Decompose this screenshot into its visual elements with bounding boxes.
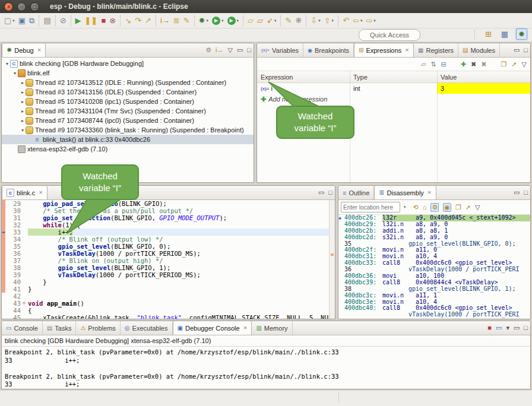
pin-editor-button[interactable]: ❋ <box>293 15 303 27</box>
trace-control-button[interactable]: ✎ <box>182 15 192 27</box>
maximize-button[interactable]: □ <box>328 189 332 196</box>
home-button[interactable]: ⌂ <box>423 204 427 211</box>
new-view-button[interactable]: ❐ <box>455 204 461 211</box>
show-type-names-button[interactable]: ▱ <box>421 61 426 68</box>
debug-tab-debug[interactable]: ✹Debug✕ <box>2 43 46 57</box>
tree-expand-icon[interactable]: ▸ <box>20 90 26 95</box>
save-all-button[interactable]: ⧉ <box>27 15 36 27</box>
disassembly-tab-outline[interactable]: ≡Outline <box>338 186 374 199</box>
open-new-view-button[interactable]: ➚ <box>466 204 471 211</box>
tree-expand-icon[interactable]: ▸ <box>20 99 26 104</box>
forward-button[interactable]: ⇨▾ <box>364 15 377 27</box>
column-header-expression[interactable]: Expression <box>257 74 350 81</box>
expressions-tab-expressions[interactable]: ⊞Expressions✕ <box>354 43 414 57</box>
next-annotation-button[interactable]: ⇩▾ <box>309 15 322 27</box>
debug-tree-row[interactable]: ▾Cblink checking [GDB Hardware Debugging… <box>2 59 254 68</box>
terminate-console-button[interactable]: ■ <box>487 324 492 331</box>
instruction-stepping-mode-button[interactable]: i→ <box>216 46 223 53</box>
sync-selection-button[interactable]: ◉ <box>443 203 451 212</box>
refresh-button[interactable]: ⟲ <box>413 204 419 211</box>
open-project-button[interactable]: ▱ <box>255 15 265 27</box>
tab-close-icon[interactable]: ✕ <box>243 325 248 331</box>
console-tab-executables[interactable]: ◎Executables <box>121 321 173 335</box>
expressions-tab-modules[interactable]: ▤Modules <box>458 43 500 57</box>
tab-close-icon[interactable]: ✕ <box>39 190 43 195</box>
tree-expand-icon[interactable]: ▾ <box>4 61 10 66</box>
flash-button[interactable]: ➶▾ <box>265 15 278 27</box>
debug-tree-row[interactable]: ≡blink_task() at blink.c:33 0x400dbc26 <box>2 135 254 144</box>
window-minimize-button[interactable]: − <box>17 2 26 11</box>
debug-tree-row[interactable]: ▸Thread #3 1073413156 (IDLE) (Suspended … <box>2 87 254 97</box>
maximize-button[interactable]: □ <box>524 189 528 196</box>
location-input[interactable] <box>341 202 400 212</box>
tree-expand-icon[interactable]: ▸ <box>20 80 26 85</box>
run-button[interactable]: ▶▾ <box>210 15 226 27</box>
show-debug-toolbar-button[interactable]: ≣ <box>172 15 182 27</box>
minimize-button[interactable]: ▭ <box>514 324 520 332</box>
debug-tree-row[interactable]: ▸Thread #7 1073408744 (ipc0) (Suspended … <box>2 116 254 125</box>
instruction-stepping-button[interactable]: i→ <box>159 15 172 27</box>
expressions-tab-variables[interactable]: (x)=Variables <box>257 43 303 57</box>
collapse-all-button[interactable]: ⊟ <box>441 61 446 68</box>
tab-close-icon[interactable]: ✕ <box>37 47 42 53</box>
console-tab-problems[interactable]: ⚠Problems <box>76 321 120 335</box>
disconnect-button[interactable]: ⊗ <box>107 15 118 27</box>
tree-expand-icon[interactable]: ▾ <box>12 71 18 76</box>
debug-tree-row[interactable]: ▾Thread #9 1073433360 (blink_task : Runn… <box>2 125 254 135</box>
back-history-button[interactable]: ↶ <box>341 15 351 27</box>
debug-tree-row[interactable]: ▾blink.elf <box>2 68 254 78</box>
back-button[interactable]: ⇦▾ <box>351 15 364 27</box>
new-view-button[interactable]: ❐ <box>501 61 506 68</box>
skip-all-breakpoints-button[interactable]: ⊘ <box>58 15 68 27</box>
tab-close-icon[interactable]: ✕ <box>405 47 409 53</box>
minimize-button[interactable]: ▭ <box>237 46 243 54</box>
last-edit-location-button[interactable]: ✎ <box>283 15 293 27</box>
editor-tab-blink-c[interactable]: cblink.c✕ <box>2 186 48 199</box>
terminate-button[interactable]: ■ <box>99 15 107 27</box>
show-source-button[interactable]: ⚙ <box>430 203 439 212</box>
fold-marker[interactable]: ⊖ <box>23 300 28 307</box>
window-close-button[interactable]: ✕ <box>4 2 13 11</box>
display-selected-console-button[interactable]: ▭ <box>496 324 502 332</box>
expressions-tab-breakpoints[interactable]: ◉Breakpoints <box>303 43 354 57</box>
minimize-button[interactable]: ▭ <box>514 189 520 196</box>
resume-button[interactable]: ▶ <box>74 15 83 27</box>
tree-expand-icon[interactable]: ▸ <box>20 118 26 123</box>
console-tab-console[interactable]: ▭Console <box>2 321 43 335</box>
maximize-button[interactable]: □ <box>524 324 528 331</box>
maximize-button[interactable]: □ <box>247 46 251 53</box>
view-menu-button[interactable]: ▽ <box>522 61 527 68</box>
build-button[interactable]: ▤ <box>42 15 52 27</box>
quick-access-button[interactable]: Quick Access <box>359 29 420 41</box>
tree-expand-icon[interactable]: ▾ <box>20 128 26 133</box>
step-over-button[interactable]: ↷ <box>133 15 143 27</box>
save-button[interactable]: ▣ <box>17 15 27 27</box>
disassembly-tab-disassembly[interactable]: ≣Disassembly✕ <box>374 186 436 199</box>
view-menu-button[interactable]: ▽ <box>475 204 480 211</box>
code-editor[interactable]: 29 gpio_pad_select_gpio(BLINK_GPIO);30 /… <box>2 200 335 319</box>
location-dropdown-icon[interactable]: ▾ <box>404 205 406 210</box>
maximize-button[interactable]: □ <box>524 46 528 53</box>
new-button[interactable]: ▢▾ <box>2 15 17 27</box>
column-header-value[interactable]: Value <box>437 74 530 81</box>
column-header-type[interactable]: Type <box>350 74 437 81</box>
console-dropdown-button[interactable]: ▾ <box>506 324 509 332</box>
add-expression-row[interactable]: ✚Add new expression <box>257 94 530 104</box>
tree-expand-icon[interactable]: ▸ <box>20 109 26 114</box>
debug-button[interactable]: ✹▾ <box>197 15 210 27</box>
step-return-button[interactable]: ↗ <box>143 15 153 27</box>
debug-tree-row[interactable]: ▸Thread #2 1073413512 (IDLE : Running) (… <box>2 78 254 87</box>
suspend-button[interactable]: ❚❚ <box>83 15 100 27</box>
remove-expression-button[interactable]: ✖ <box>471 61 476 68</box>
cpp-perspective-button[interactable]: ▦ <box>499 29 510 39</box>
external-tools-button[interactable]: ▶▾ <box>226 15 241 27</box>
add-expression-button[interactable]: ✚ <box>461 61 466 68</box>
debug-perspective-button[interactable]: ✹ <box>516 28 527 40</box>
breakpoint-current-line-icon[interactable]: → <box>2 229 5 236</box>
console-tab-tasks[interactable]: ▤Tasks <box>43 321 77 335</box>
debug-tree-row[interactable]: xtensa-esp32-elf-gdb (7.10) <box>2 144 254 154</box>
expressions-tab-registers[interactable]: ▦Registers <box>414 43 458 57</box>
window-maximize-button[interactable]: ▢ <box>30 2 39 11</box>
remove-all-expressions-button[interactable]: ✖ <box>481 61 486 68</box>
step-into-button[interactable]: ↘ <box>123 15 133 27</box>
